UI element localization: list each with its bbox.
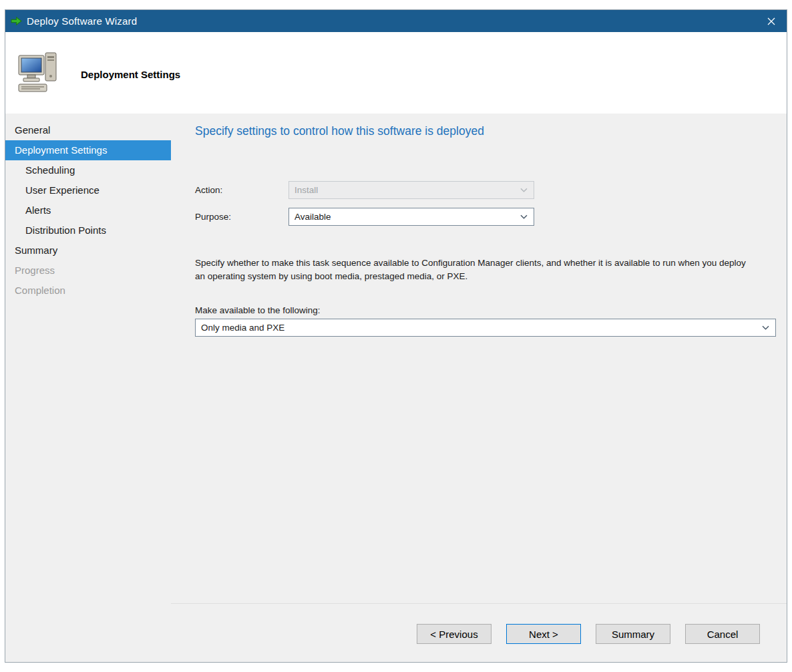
make-available-value: Only media and PXE [201, 323, 284, 333]
nav-item-completion: Completion [5, 281, 171, 301]
nav-item-user-experience[interactable]: User Experience [5, 180, 171, 200]
action-row: Action: Install [195, 181, 776, 199]
nav-item-scheduling[interactable]: Scheduling [5, 160, 171, 180]
make-available-dropdown[interactable]: Only media and PXE [195, 319, 776, 337]
deployment-settings-page: Specify settings to control how this sof… [171, 114, 787, 603]
window-title: Deploy Software Wizard [27, 15, 137, 27]
form-rows: Action: Install Purpose: [195, 181, 776, 226]
previous-button[interactable]: < Previous [417, 624, 491, 644]
nav-item-progress: Progress [5, 261, 171, 281]
deploy-software-wizard-dialog: Deploy Software Wizard [5, 9, 787, 663]
close-icon [767, 17, 775, 25]
titlebar: Deploy Software Wizard [5, 10, 787, 32]
description-text: Specify whether to make this task sequen… [195, 257, 749, 284]
deploy-arrow-icon [11, 15, 22, 27]
next-button[interactable]: Next > [506, 624, 581, 644]
chevron-down-icon [520, 188, 534, 192]
wizard-nav: General Deployment Settings Scheduling U… [5, 114, 171, 662]
wizard-body: General Deployment Settings Scheduling U… [5, 114, 787, 662]
computer-icon [17, 51, 60, 96]
wizard-header: Deployment Settings [5, 32, 787, 114]
action-dropdown: Install [288, 181, 534, 199]
purpose-value: Available [294, 212, 331, 222]
purpose-dropdown[interactable]: Available [288, 208, 534, 226]
page-heading: Specify settings to control how this sof… [195, 124, 776, 138]
summary-button[interactable]: Summary [596, 624, 670, 644]
purpose-row: Purpose: Available [195, 208, 776, 226]
close-button[interactable] [756, 10, 787, 32]
cancel-button[interactable]: Cancel [685, 624, 760, 644]
nav-item-deployment-settings[interactable]: Deployment Settings [5, 140, 171, 160]
nav-item-summary[interactable]: Summary [5, 240, 171, 261]
nav-item-distribution-points[interactable]: Distribution Points [5, 220, 171, 240]
nav-item-general[interactable]: General [5, 120, 171, 140]
make-available-label: Make available to the following: [195, 305, 776, 315]
purpose-label: Purpose: [195, 212, 288, 222]
action-label: Action: [195, 185, 288, 195]
chevron-down-icon [762, 325, 775, 330]
wizard-footer: < Previous Next > Summary Cancel [171, 603, 787, 662]
action-value: Install [294, 185, 318, 195]
wizard-main-pane: Specify settings to control how this sof… [171, 114, 787, 662]
chevron-down-icon [520, 214, 534, 219]
page-title: Deployment Settings [81, 69, 180, 80]
nav-item-alerts[interactable]: Alerts [5, 200, 171, 220]
